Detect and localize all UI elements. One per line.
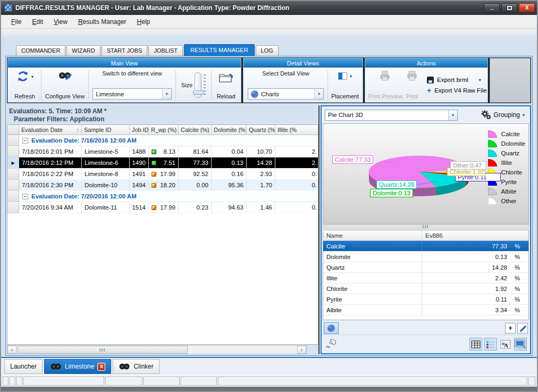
col-rwp[interactable]: R_wp (%): [149, 125, 179, 135]
minimize-button[interactable]: [484, 3, 500, 12]
result-row[interactable]: Chlorite 1.92 %: [323, 283, 528, 294]
grouping-dropdown-icon: ▾: [523, 113, 525, 118]
tab-joblist[interactable]: JOBLIST: [148, 45, 183, 56]
cell-quartz: 2.93: [247, 169, 275, 180]
binoculars-icon: [50, 362, 62, 371]
legend-item: Calcite: [488, 130, 525, 138]
export-v4-raw-button[interactable]: + Export V4 Raw File: [427, 87, 487, 94]
tab-clinker[interactable]: Clinker: [113, 359, 159, 374]
result-row[interactable]: Illite 2.42 %: [323, 273, 528, 283]
menu-edit[interactable]: Edit: [27, 16, 48, 27]
maximize-icon: [507, 6, 512, 10]
tab-results-manager[interactable]: RESULTS MANAGER: [184, 44, 255, 56]
configure-view-button[interactable]: Configure View: [43, 69, 87, 101]
chart-splitter[interactable]: [323, 224, 529, 229]
tab-wizard[interactable]: WIZARD: [66, 45, 100, 56]
tab-limestone[interactable]: Limestone X: [44, 359, 111, 374]
close-icon: X: [525, 5, 529, 11]
result-row[interactable]: Dolomite 0.13 %: [323, 252, 528, 262]
result-row[interactable]: Quartz 14.28 %: [323, 262, 528, 273]
col-ev886[interactable]: Ev886: [422, 230, 528, 240]
result-row[interactable]: Albite 3.34 %: [323, 305, 528, 315]
chart-type-select[interactable]: Pie Chart 3D ▾: [325, 110, 458, 121]
legend-item: Other: [488, 197, 525, 205]
maximize-button[interactable]: [501, 3, 517, 12]
annotate-button[interactable]: [325, 338, 338, 351]
binoculars-icon: [57, 70, 72, 81]
horizontal-scrollbar[interactable]: ‹ ›: [7, 345, 307, 354]
print-preview-button[interactable]: Print Preview: [367, 69, 404, 101]
display-settings-button[interactable]: [514, 338, 527, 351]
minimize-icon: [489, 9, 494, 10]
detail-view-select[interactable]: Charts ▾: [248, 88, 324, 99]
col-sample-id[interactable]: Sample ID: [82, 125, 130, 135]
col-job-id[interactable]: Job ID: [130, 125, 149, 135]
table-row[interactable]: 7/18/2016 2:01 PM Limestone-5 1488 8.13 …: [7, 146, 318, 157]
print-button[interactable]: Print: [404, 69, 421, 101]
result-row[interactable]: Pyrite 0.11 %: [323, 294, 528, 305]
chevron-down-icon[interactable]: ▾: [448, 110, 457, 120]
export-dropdown-icon[interactable]: ▾: [479, 78, 481, 82]
collapse-icon[interactable]: −: [22, 138, 28, 144]
font-settings-button[interactable]: B A C: [499, 338, 512, 351]
pie-chart-icon: [251, 90, 258, 98]
close-button[interactable]: X: [519, 3, 535, 12]
results-header-row: Name Ev886: [323, 230, 528, 241]
close-tab-icon[interactable]: X: [97, 363, 105, 371]
chevron-down-icon[interactable]: ▾: [314, 89, 323, 99]
scrollbar-thumb[interactable]: [18, 346, 188, 354]
row-selector[interactable]: [7, 169, 19, 180]
edit-chart-button[interactable]: [517, 323, 528, 333]
add-chart-button[interactable]: +: [505, 323, 516, 333]
placement-dropdown-icon[interactable]: ▾: [350, 74, 352, 79]
tab-start-jobs[interactable]: START JOBS: [102, 45, 148, 56]
table-row[interactable]: 7/18/2016 2:22 PM Limestone-8 1491 17.99…: [7, 169, 318, 180]
chart-tab-pie[interactable]: [324, 322, 339, 334]
list-view-button[interactable]: [484, 338, 497, 351]
menu-help[interactable]: Help: [132, 16, 155, 27]
slider-thumb[interactable]: [193, 90, 204, 95]
table-row[interactable]: 7/18/2016 2:30 PM Dolomite-10 1494 18.20…: [7, 180, 318, 191]
collapse-icon[interactable]: −: [22, 194, 28, 199]
view-select[interactable]: Limestone ▾: [93, 88, 172, 99]
menu-view[interactable]: View: [49, 16, 72, 27]
scroll-left-button[interactable]: ‹: [7, 346, 16, 354]
placement-button[interactable]: ▾ Placement: [330, 69, 360, 101]
col-name[interactable]: Name: [323, 230, 422, 240]
tab-launcher[interactable]: Launcher: [4, 359, 43, 374]
refresh-icon: [16, 70, 30, 83]
col-evaluation-date[interactable]: Evaluation Date↑: [19, 125, 82, 135]
row-selector[interactable]: [7, 202, 19, 213]
chevron-down-icon[interactable]: ▾: [162, 89, 171, 99]
row-selector[interactable]: [7, 146, 19, 157]
refresh-button[interactable]: ▾ Refresh: [10, 69, 39, 101]
table-row[interactable]: 7/20/2016 9:34 AM Dolomite-11 1514 17.99…: [7, 202, 318, 213]
group-row[interactable]: −Evaluation Date: 7/18/2016 12:00 AM: [7, 135, 318, 146]
export-brml-button[interactable]: Export brml ▾: [427, 77, 487, 84]
grouping-button[interactable]: Grouping ▾: [481, 110, 527, 120]
tab-commander[interactable]: COMMANDER: [16, 45, 65, 56]
menu-results-manager[interactable]: Results Manager: [73, 16, 131, 27]
cell-calcite: 92.52: [179, 169, 212, 180]
menu-file[interactable]: File: [6, 16, 26, 27]
callout-calcite: Calcite:77.33: [332, 155, 373, 164]
scroll-right-button[interactable]: ›: [297, 346, 306, 354]
tab-log[interactable]: LOG: [256, 45, 279, 56]
refresh-dropdown-icon[interactable]: ▾: [31, 74, 33, 79]
status-cell: [144, 377, 180, 386]
size-slider-control[interactable]: Size: [178, 69, 210, 101]
legend-swatch: [488, 130, 497, 138]
status-green-icon: [152, 149, 156, 154]
table-view-button[interactable]: [469, 338, 482, 351]
col-quartz[interactable]: Quartz (%): [247, 125, 275, 135]
row-selector[interactable]: ▶: [7, 157, 19, 169]
col-dolomite[interactable]: Dolomite (%): [212, 125, 247, 135]
group-row[interactable]: −Evaluation Date: 7/20/2016 12:00 AM: [7, 191, 318, 202]
reload-button[interactable]: Reload: [213, 69, 239, 101]
col-calcite[interactable]: Calcite (%): [179, 125, 212, 135]
row-selector[interactable]: [7, 180, 19, 191]
col-illite[interactable]: Illite (%: [275, 125, 318, 135]
table-row-selected[interactable]: ▶ 7/18/2016 2:12 PM Limestone-6 1490 7.5…: [7, 157, 318, 169]
result-row-selected[interactable]: Calcite 77.33 %: [323, 241, 528, 252]
size-slider[interactable]: [195, 72, 201, 98]
